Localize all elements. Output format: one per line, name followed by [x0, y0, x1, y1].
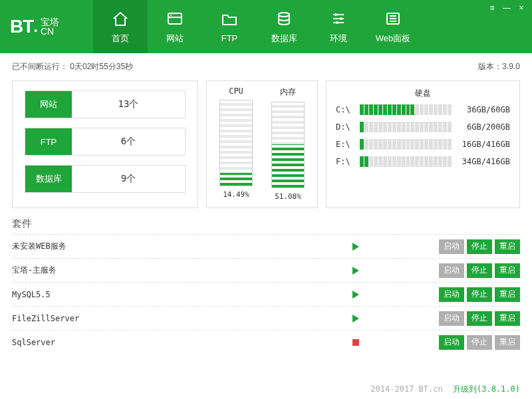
nav-label: 首页 [112, 33, 129, 45]
stop-button[interactable]: 停止 [467, 335, 492, 350]
home-icon [111, 9, 130, 33]
header: BT . 宝塔 CN 首页网站FTP数据库环境Web面板 ≡ — × [0, 0, 532, 53]
nav-label: 环境 [330, 33, 347, 45]
svg-point-3 [279, 13, 289, 17]
copyright: 2014-2017 BT.cn [370, 384, 442, 394]
service-name: FileZillServer [12, 314, 352, 323]
count-label: 网站 [25, 91, 72, 118]
gauge-title: CPU [229, 86, 243, 96]
footer: 2014-2017 BT.cn 升级到(3.8.1.0) [370, 384, 520, 395]
disk-name: F:\ [336, 157, 354, 166]
svg-rect-0 [168, 13, 182, 24]
disk-row: D:\ 6GB/200GB [336, 122, 510, 132]
stop-icon [352, 339, 359, 346]
start-button[interactable]: 启动 [439, 311, 464, 326]
nav-label: FTP [221, 33, 238, 43]
logo-dot: . [33, 17, 38, 36]
gauge-percent: 14.49% [223, 190, 249, 199]
restart-button[interactable]: 重启 [495, 239, 520, 254]
uptime-value: 0天02时55分35秒 [70, 62, 133, 71]
disks-title: 硬盘 [336, 88, 510, 99]
start-button[interactable]: 启动 [439, 239, 464, 254]
logo-text-cn: CN [41, 27, 59, 36]
minimize-button[interactable]: — [500, 3, 513, 13]
gauge-bar [271, 102, 305, 188]
svg-point-7 [334, 13, 337, 16]
panel-counts: 网站13个FTP6个数据库9个 [12, 80, 198, 208]
nav-label: 网站 [166, 33, 184, 45]
restart-button[interactable]: 重启 [495, 287, 520, 302]
disk-bar [360, 104, 452, 115]
close-button[interactable]: × [515, 3, 528, 13]
service-buttons: 启动 停止 重启 [439, 239, 520, 254]
service-row: FileZillServer 启动 停止 重启 [12, 306, 520, 330]
panel-gauges: CPU 14.49%内存 51.08% [206, 80, 318, 208]
stop-button[interactable]: 停止 [467, 239, 492, 254]
nav-item-panel[interactable]: Web面板 [366, 0, 420, 53]
restart-button[interactable]: 重启 [495, 311, 520, 326]
svg-point-9 [336, 21, 338, 24]
start-button[interactable]: 启动 [439, 287, 464, 302]
count-value: 9个 [72, 173, 185, 185]
nav-label: Web面板 [376, 33, 411, 45]
services: 套件 未安装WEB服务 启动 停止 重启 宝塔-主服务 启动 停止 重启 MyS… [12, 217, 520, 354]
service-name: SqlServer [12, 338, 352, 347]
folder-icon [220, 10, 239, 33]
count-value: 6个 [72, 136, 185, 148]
count-row[interactable]: FTP6个 [25, 128, 186, 156]
uptime-label: 已不间断运行： [12, 62, 68, 71]
stop-button[interactable]: 停止 [467, 287, 492, 302]
stop-button[interactable]: 停止 [467, 311, 492, 326]
svg-point-2 [170, 15, 172, 16]
logo: BT . 宝塔 CN [0, 16, 93, 37]
disk-row: C:\ 36GB/60GB [336, 104, 510, 115]
service-row: SqlServer 启动 停止 重启 [12, 330, 520, 354]
disk-name: C:\ [336, 105, 354, 114]
stop-button[interactable]: 停止 [467, 263, 492, 278]
disk-size: 16GB/416GB [457, 140, 510, 149]
play-icon [352, 315, 359, 323]
disk-size: 36GB/60GB [457, 105, 510, 114]
disk-row: E:\ 16GB/416GB [336, 139, 510, 150]
gauge-title: 内存 [280, 86, 296, 98]
nav-item-sliders[interactable]: 环境 [311, 0, 366, 53]
nav-item-folder[interactable]: FTP [202, 0, 257, 53]
play-icon [352, 267, 359, 275]
logo-text-zh: 宝塔 [41, 17, 59, 27]
nav-item-db[interactable]: 数据库 [257, 0, 311, 53]
restart-button[interactable]: 重启 [495, 335, 520, 350]
service-name: MySQL5.5 [12, 290, 352, 299]
service-buttons: 启动 停止 重启 [439, 263, 520, 278]
upgrade-link[interactable]: 升级到(3.8.1.0) [453, 384, 520, 394]
disk-name: D:\ [336, 122, 354, 132]
start-button[interactable]: 启动 [439, 263, 464, 278]
count-row[interactable]: 数据库9个 [25, 165, 186, 193]
count-value: 13个 [72, 98, 185, 110]
gauge-内存: 内存 51.08% [268, 86, 308, 201]
svg-point-8 [340, 17, 342, 20]
menu-button[interactable]: ≡ [485, 3, 499, 13]
service-name: 未安装WEB服务 [12, 241, 352, 252]
disk-size: 34GB/416GB [457, 157, 510, 166]
disk-row: F:\ 34GB/416GB [336, 156, 510, 167]
restart-button[interactable]: 重启 [495, 263, 520, 278]
nav-label: 数据库 [271, 33, 297, 45]
sliders-icon [329, 9, 348, 33]
disk-size: 6GB/200GB [457, 122, 510, 132]
nav: 首页网站FTP数据库环境Web面板 [93, 0, 420, 53]
start-button[interactable]: 启动 [439, 335, 464, 350]
window-controls: ≡ — × [485, 3, 528, 13]
nav-item-browser[interactable]: 网站 [148, 0, 202, 53]
services-title: 套件 [12, 217, 520, 230]
count-label: FTP [25, 128, 72, 155]
gauge-percent: 51.08% [275, 192, 301, 201]
disk-name: E:\ [336, 140, 354, 149]
count-row[interactable]: 网站13个 [25, 90, 186, 118]
disk-bar [360, 139, 452, 150]
service-buttons: 启动 停止 重启 [439, 311, 520, 326]
status-bar: 已不间断运行： 0天02时55分35秒 版本：3.9.0 [12, 61, 520, 72]
nav-item-home[interactable]: 首页 [93, 0, 148, 53]
count-label: 数据库 [25, 166, 72, 192]
panel-icon [384, 9, 402, 33]
service-buttons: 启动 停止 重启 [439, 287, 520, 302]
